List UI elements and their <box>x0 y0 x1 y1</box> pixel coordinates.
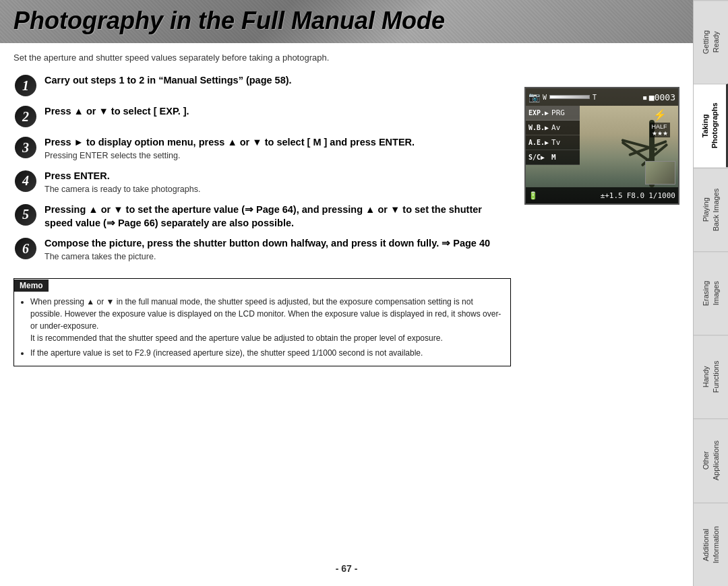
memo-content: When pressing ▲ or ▼ in the full manual … <box>14 292 510 366</box>
exp-value: PRG <box>551 108 565 117</box>
camera-bottom-bar: 🔋 ±+1.5 F8.0 1/1000 <box>526 187 678 203</box>
page-title: Photography in the Full Manual Mode <box>13 7 679 35</box>
menu-row-wb: W.B.▶ Av <box>526 121 580 135</box>
sc-label: S/C▶ <box>528 154 549 161</box>
subtitle: Set the aperture and shutter speed value… <box>13 53 679 63</box>
step-2-main: Press ▲ or ▼ to select [ EXP. ]. <box>44 104 511 118</box>
camera-bottom-right: ±+1.5 F8.0 1/1000 <box>601 191 675 200</box>
page-number: - 67 - <box>13 558 679 579</box>
wb-menu-value: Av <box>551 123 560 132</box>
page-body: Set the aperture and shutter speed value… <box>0 43 693 586</box>
exp-label: EXP.▶ <box>528 109 549 117</box>
menu-row-sc: S/C▶ M <box>526 150 580 165</box>
memo-box: Memo When pressing ▲ or ▼ in the full ma… <box>13 278 511 366</box>
memo-item-1: When pressing ▲ or ▼ in the full manual … <box>30 296 504 344</box>
steps-area: 1 Carry out steps 1 to 2 in “Manual Sett… <box>13 73 511 558</box>
wb-label: W <box>543 94 547 101</box>
menu-row-ae: A.E.▶ Tv <box>526 135 580 150</box>
sidebar-tab-taking-photos[interactable]: TakingPhotographs <box>694 84 728 167</box>
wb-menu-label: W.B.▶ <box>528 124 549 131</box>
menu-row-exp: EXP.▶ PRG <box>526 106 580 121</box>
camera-screen-inner: 📷 W T ▪ ■0003 <box>526 88 678 203</box>
step-5-text: Pressing ▲ or ▼ to set the aperture valu… <box>44 203 511 230</box>
step-6: 6 Compose the picture, press the shutter… <box>13 236 511 263</box>
camera-mode-icon: 📷 <box>528 92 540 102</box>
exposure-value: ±+1.5 <box>601 191 623 200</box>
sc-value: M <box>551 153 556 162</box>
camera-count: ▪ ■0003 <box>642 92 675 102</box>
step-2: 2 Press ▲ or ▼ to select [ EXP. ]. <box>13 104 511 129</box>
wb-slider <box>549 95 590 99</box>
step-6-text: Compose the picture, press the shutter b… <box>44 236 511 263</box>
flash-icon: ⚡ <box>653 108 667 121</box>
thumbnail-box <box>645 161 675 185</box>
step-4-text: Press ENTER. The camera is ready to take… <box>44 169 511 196</box>
step-2-text: Press ▲ or ▼ to select [ EXP. ]. <box>44 104 511 118</box>
sidebar-tab-getting-ready[interactable]: GettingReady <box>694 0 728 84</box>
camera-menu-panel: EXP.▶ PRG W.B.▶ Av A.E.▶ Tv <box>526 106 580 165</box>
sidebar-tab-playing-back[interactable]: PlayingBack Images <box>694 168 728 251</box>
camera-right-panel: ⚡ HALF★★★ <box>641 106 678 140</box>
step-1-text: Carry out steps 1 to 2 in “Manual Settin… <box>44 73 511 87</box>
step-4-main: Press ENTER. <box>44 169 511 183</box>
step-6-main: Compose the picture, press the shutter b… <box>44 236 511 250</box>
ae-value: Tv <box>551 138 560 147</box>
step-1: 1 Carry out steps 1 to 2 in “Manual Sett… <box>13 73 511 98</box>
battery-status-icon: 🔋 <box>528 191 538 200</box>
step-3-sub: Pressing ENTER selects the setting. <box>44 150 511 162</box>
thumbnail-inner <box>646 162 675 184</box>
sidebar: GettingReady TakingPhotographs PlayingBa… <box>693 0 728 586</box>
camera-top-left: 📷 W T <box>528 92 597 102</box>
camera-top-bar: 📷 W T ▪ ■0003 <box>526 88 678 106</box>
step-number-4: 4 <box>13 169 38 193</box>
camera-bottom-left: 🔋 <box>528 191 538 200</box>
sidebar-tab-handy[interactable]: HandyFunctions <box>694 335 728 418</box>
count-value: ■0003 <box>649 92 675 102</box>
step-number-3: 3 <box>13 135 38 160</box>
sidebar-tab-additional[interactable]: AdditionalInformation <box>694 502 728 586</box>
step-number-6: 6 <box>13 236 38 261</box>
camera-screen: 📷 W T ▪ ■0003 <box>524 87 679 205</box>
step-3-text: Press ► to display option menu, press ▲ … <box>44 135 511 162</box>
t-label: T <box>593 94 597 101</box>
step-6-sub: The camera takes the picture. <box>44 251 511 263</box>
memo-item-2: If the aperture value is set to F2.9 (in… <box>30 347 504 359</box>
sidebar-tab-other[interactable]: OtherApplications <box>694 418 728 502</box>
memo-header: Memo <box>14 280 49 292</box>
step-3: 3 Press ► to display option menu, press … <box>13 135 511 162</box>
sidebar-tab-erasing[interactable]: ErasingImages <box>694 251 728 335</box>
memo-list: When pressing ▲ or ▼ in the full manual … <box>21 296 504 359</box>
battery-icon: ▪ <box>642 92 648 102</box>
step-number-5: 5 <box>13 203 38 227</box>
step-1-main: Carry out steps 1 to 2 in “Manual Settin… <box>44 73 511 87</box>
aperture-value: F8.0 <box>627 191 645 200</box>
camera-display: 📷 W T ▪ ■0003 <box>524 87 679 558</box>
step-4: 4 Press ENTER. The camera is ready to ta… <box>13 169 511 196</box>
step-5: 5 Pressing ▲ or ▼ to set the aperture va… <box>13 203 511 230</box>
step-3-main: Press ► to display option menu, press ▲ … <box>44 135 511 149</box>
step-number-2: 2 <box>13 104 38 129</box>
step-4-sub: The camera is ready to take photographs. <box>44 184 511 196</box>
page-header: Photography in the Full Manual Mode <box>0 0 693 43</box>
main-content: Photography in the Full Manual Mode Set … <box>0 0 693 586</box>
half-star-label: HALF★★★ <box>650 123 670 137</box>
step-5-main: Pressing ▲ or ▼ to set the aperture valu… <box>44 203 511 230</box>
ae-label: A.E.▶ <box>528 139 549 146</box>
shutter-value: 1/1000 <box>648 191 675 200</box>
content-area: 1 Carry out steps 1 to 2 in “Manual Sett… <box>13 73 679 558</box>
step-number-1: 1 <box>13 73 38 98</box>
